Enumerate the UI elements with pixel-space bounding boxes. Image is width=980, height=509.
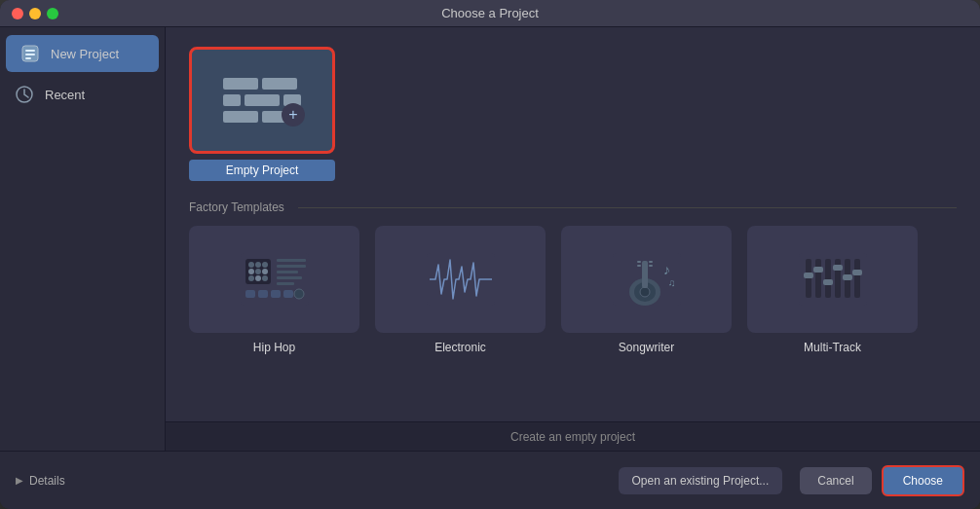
close-button[interactable]: [12, 8, 23, 19]
songwriter-card[interactable]: ♪ ♫ Songwriter: [561, 226, 732, 354]
sidebar-recent-label: Recent: [45, 88, 85, 102]
multi-track-icon-bg: [747, 226, 918, 333]
window-title: Choose a Project: [441, 6, 539, 20]
svg-rect-20: [277, 282, 294, 285]
sidebar-new-project-label: New Project: [51, 47, 119, 61]
svg-rect-21: [245, 290, 255, 298]
svg-rect-47: [823, 279, 833, 285]
plus-circle: +: [282, 103, 305, 127]
svg-rect-48: [833, 265, 843, 271]
electronic-card[interactable]: Electronic: [375, 226, 546, 354]
svg-rect-50: [852, 270, 862, 275]
songwriter-icon-bg: ♪ ♫: [561, 226, 732, 333]
recent-icon: [14, 84, 35, 105]
svg-rect-1: [25, 50, 35, 52]
svg-rect-16: [277, 259, 306, 262]
svg-rect-18: [277, 271, 298, 273]
electronic-icon-bg: [375, 226, 546, 333]
svg-rect-40: [815, 259, 821, 298]
svg-point-25: [294, 289, 304, 299]
hip-hop-label: Hip Hop: [253, 341, 295, 354]
brick: [223, 94, 241, 106]
open-existing-button[interactable]: Open an existing Project...: [619, 467, 783, 494]
project-grid: + Empty Project Factory Templates: [166, 27, 980, 421]
svg-rect-24: [283, 290, 293, 298]
empty-project-icon-bg: +: [189, 47, 335, 154]
choose-button[interactable]: Choose: [882, 465, 964, 496]
svg-rect-22: [258, 290, 268, 298]
hip-hop-svg: [236, 245, 314, 313]
sidebar-item-new-project[interactable]: New Project: [6, 35, 159, 72]
svg-rect-17: [277, 265, 306, 268]
svg-rect-49: [843, 274, 852, 280]
new-project-icon: [19, 43, 41, 64]
multi-track-svg: [794, 245, 872, 313]
bottom-bar: ▶ Details Open an existing Project... Ca…: [0, 451, 980, 509]
svg-rect-44: [854, 259, 860, 298]
main-window: Choose a Project New Project: [0, 0, 980, 509]
svg-rect-45: [804, 273, 813, 278]
svg-rect-31: [642, 261, 648, 288]
bottom-buttons: Open an existing Project... Cancel Choos…: [619, 465, 964, 496]
title-bar: Choose a Project: [0, 0, 980, 27]
hip-hop-card[interactable]: Hip Hop: [189, 226, 359, 354]
svg-text:♪: ♪: [663, 262, 670, 277]
svg-point-12: [262, 269, 268, 274]
templates-row: Hip Hop Electronic: [189, 226, 957, 354]
svg-text:♫: ♫: [668, 277, 676, 288]
sidebar-item-recent[interactable]: Recent: [0, 76, 165, 113]
svg-rect-2: [25, 54, 35, 55]
svg-rect-46: [813, 267, 823, 273]
electronic-svg: [422, 245, 500, 313]
details-section[interactable]: ▶ Details: [16, 474, 619, 488]
songwriter-svg: ♪ ♫: [608, 245, 686, 313]
svg-point-14: [255, 275, 261, 281]
brick: [223, 78, 258, 90]
electronic-label: Electronic: [434, 341, 486, 354]
svg-rect-19: [277, 276, 302, 279]
traffic-lights: [12, 8, 58, 19]
svg-rect-23: [271, 290, 281, 298]
svg-rect-34: [649, 261, 653, 263]
hip-hop-icon-bg: [189, 226, 359, 333]
details-label: Details: [29, 474, 65, 488]
content-area: New Project Recent: [0, 27, 980, 451]
status-text: Create an empty project: [510, 430, 635, 444]
svg-point-9: [262, 262, 268, 268]
brick: [245, 94, 280, 106]
brick: [262, 78, 297, 90]
svg-point-30: [640, 287, 650, 297]
status-bar: Create an empty project: [166, 421, 980, 451]
factory-templates-section: Factory Templates: [189, 200, 957, 214]
svg-point-10: [248, 269, 254, 274]
brick-row-1: [223, 78, 301, 90]
minimize-button[interactable]: [29, 8, 41, 19]
svg-point-13: [248, 275, 254, 281]
songwriter-label: Songwriter: [619, 341, 674, 354]
maximize-button[interactable]: [47, 8, 58, 19]
svg-rect-33: [637, 265, 641, 267]
svg-point-15: [262, 275, 268, 281]
multi-track-card[interactable]: Multi-Track: [747, 226, 918, 354]
multi-track-label: Multi-Track: [804, 341, 861, 354]
brick: [223, 111, 258, 123]
svg-point-7: [248, 262, 254, 268]
top-row: + Empty Project: [189, 47, 957, 181]
brick-icon: +: [223, 78, 301, 123]
main-area: + Empty Project Factory Templates: [166, 27, 980, 451]
factory-templates-label: Factory Templates: [189, 200, 284, 214]
sidebar: New Project Recent: [0, 27, 166, 451]
empty-project-card[interactable]: + Empty Project: [189, 47, 335, 181]
svg-rect-41: [825, 259, 831, 298]
svg-point-8: [255, 262, 261, 268]
details-arrow: ▶: [16, 475, 23, 486]
svg-point-11: [255, 269, 261, 274]
svg-rect-32: [637, 261, 641, 263]
svg-rect-3: [25, 57, 31, 59]
svg-rect-35: [649, 265, 653, 267]
divider: [298, 207, 957, 208]
cancel-button[interactable]: Cancel: [800, 467, 871, 494]
empty-project-label: Empty Project: [189, 160, 335, 181]
